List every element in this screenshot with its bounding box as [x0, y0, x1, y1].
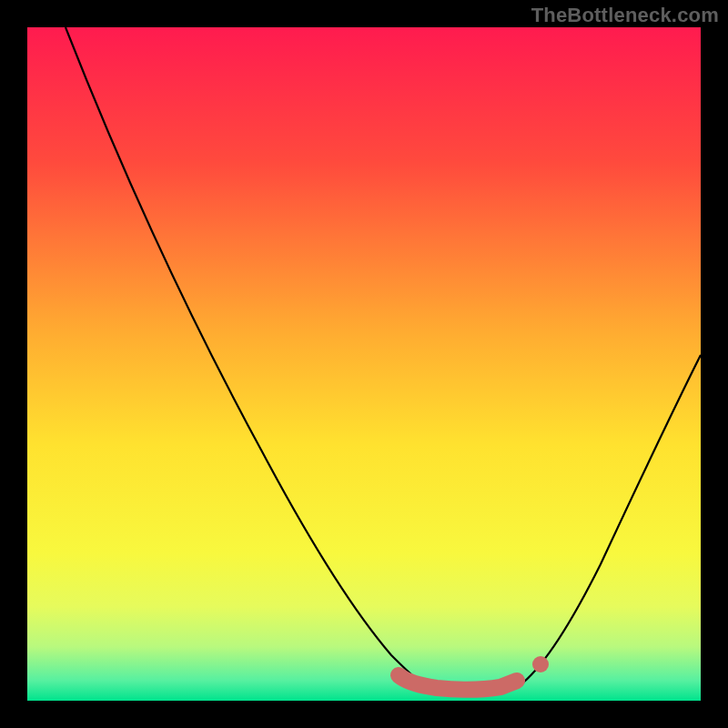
- optimal-point-dot: [532, 656, 549, 672]
- plot-area: [27, 27, 701, 701]
- chart-frame: TheBottleneck.com: [0, 0, 728, 728]
- watermark-text: TheBottleneck.com: [531, 4, 719, 27]
- gradient-background: [27, 27, 701, 701]
- chart-svg: [27, 27, 701, 701]
